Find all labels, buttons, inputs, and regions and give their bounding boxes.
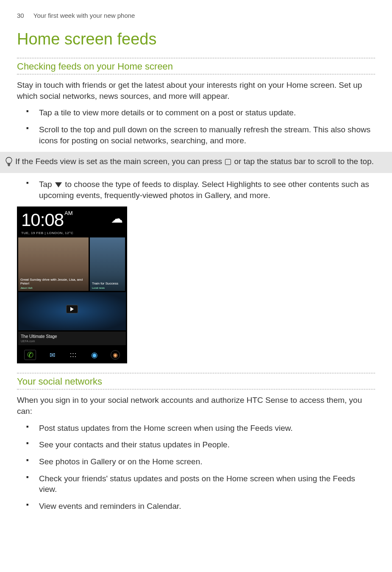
page-number: 30 [17, 12, 24, 19]
screenshot-date: TUE, 19 FEB | LONDON, 12°C [21, 231, 123, 235]
list-item: Post status updates from the Home screen… [36, 423, 375, 434]
section2-intro: When you sign in to your social network … [17, 395, 375, 416]
tile2-caption: Train for Success [92, 282, 118, 285]
tile3-sub: UEFA.com [21, 340, 123, 343]
list-item: Tap a tile to view more details or to co… [36, 107, 375, 118]
tip-callout: If the Feeds view is set as the main scr… [0, 152, 392, 173]
play-icon [66, 305, 78, 313]
tile1-caption: Great Sunday drive with Jessie, Lisa, an… [20, 278, 83, 285]
feed-tile: Train for Success Local news [90, 237, 125, 291]
list-item: Check your friends' status updates and p… [36, 473, 375, 495]
feed-footer-tile: The Ultimate Stage UEFA.com [18, 332, 126, 345]
divider [17, 74, 375, 75]
divider [17, 389, 375, 390]
bullet-b-post: to choose the type of feeds to display. … [39, 180, 369, 200]
tile3-title: The Ultimate Stage [21, 334, 57, 339]
section2-bullets: Post status updates from the Home screen… [17, 423, 375, 512]
screenshot-navbar: ✆ ✉ ::: ◉ ◉ [17, 346, 127, 363]
tip-text-pre: If the Feeds view is set as the main scr… [15, 157, 224, 166]
list-item: Tap to choose the type of feeds to displ… [36, 179, 375, 201]
home-button-icon [225, 159, 231, 165]
tile1-sub: Jason Holt [20, 287, 86, 290]
dropdown-icon [55, 182, 62, 187]
feed-tile: Great Sunday drive with Jessie, Lisa, an… [18, 237, 89, 291]
tile2-sub: Local news [92, 287, 123, 290]
message-icon: ✉ [47, 350, 57, 360]
screenshot-time: 10:08 [21, 210, 64, 230]
bullet-b-pre: Tap [39, 180, 54, 189]
feed-video-tile [18, 292, 126, 330]
tip-text: If the Feeds view is set as the main scr… [15, 156, 388, 167]
screenshot-ampm: AM [64, 210, 73, 216]
weather-icon: ☁ [111, 210, 123, 226]
tip-text-post: or tap the status bar to scroll to the t… [234, 157, 374, 166]
list-item: See photos in Gallery or on the Home scr… [36, 456, 375, 467]
section-heading-checking-feeds: Checking feeds on your Home screen [17, 59, 375, 74]
section-heading-social-networks: Your social networks [17, 374, 375, 389]
browser-icon: ◉ [89, 350, 100, 360]
camera-icon: ◉ [111, 350, 120, 360]
page-header: 30 Your first week with your new phone [17, 12, 375, 19]
section1-bullets-a: Tap a tile to view more details or to co… [17, 107, 375, 146]
phone-icon: ✆ [24, 350, 36, 360]
list-item: See your contacts and their status updat… [36, 439, 375, 450]
lightbulb-icon [3, 156, 15, 169]
list-item: Scroll to the top and pull down on the s… [36, 124, 375, 146]
section1-bullets-b: Tap to choose the type of feeds to displ… [17, 179, 375, 201]
section1-intro: Stay in touch with friends or get the la… [17, 80, 375, 101]
apps-grid-icon: ::: [68, 350, 78, 360]
page-title: Home screen feeds [17, 30, 375, 48]
list-item: View events and reminders in Calendar. [36, 501, 375, 512]
chapter-title: Your first week with your new phone [33, 12, 135, 19]
phone-screenshot: 10:08AM ☁ TUE, 19 FEB | LONDON, 12°C Gre… [17, 206, 127, 363]
